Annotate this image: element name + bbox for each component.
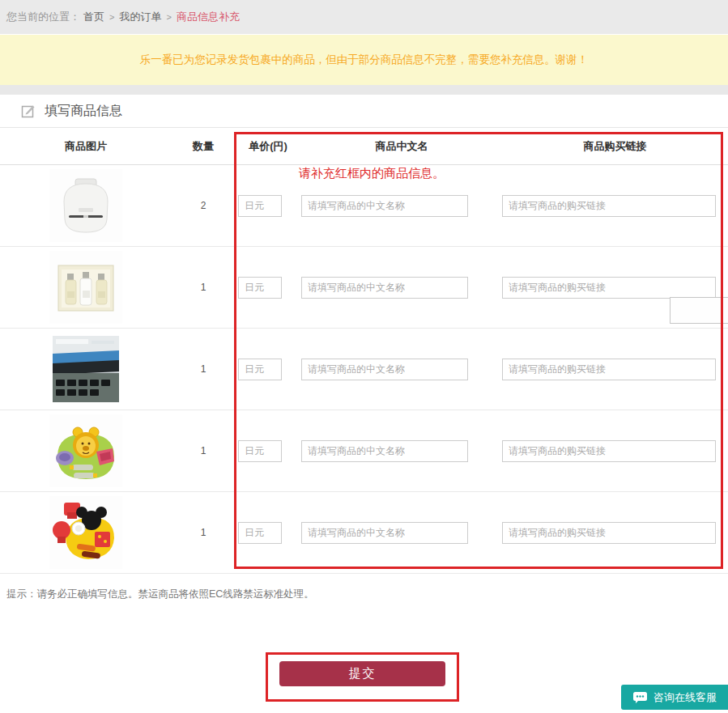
purchase-link-input[interactable] [502,522,716,544]
order-info-supplement-page: 您当前的位置： 首页 > 我的订单 > 商品信息补充 乐一番已为您记录发货包裹中… [0,0,728,713]
breadcrumb-separator: > [109,12,114,22]
quantity-value: 1 [172,282,235,293]
product-image-white-humidifier [49,169,122,242]
tip-text: 提示：请务必正确填写信息。禁运商品将依照EC线路禁运标准处理。 [6,588,314,601]
table-row: 1 [0,492,728,574]
divider-strip [0,85,728,95]
header-purchase-link: 商品购买链接 [502,139,728,154]
breadcrumb: 您当前的位置： 首页 > 我的订单 > 商品信息补充 [0,0,728,34]
price-input[interactable] [238,277,282,299]
notice-text: 乐一番已为您记录发货包裹中的商品，但由于部分商品信息不完整，需要您补充信息。谢谢… [140,53,589,67]
price-input[interactable] [238,522,282,544]
quantity-value: 2 [172,200,235,211]
purchase-link-input[interactable] [502,440,716,462]
header-unit-price: 单价(円) [235,139,301,154]
chinese-name-input[interactable] [301,522,468,544]
section-title: 填写商品信息 [45,103,122,120]
section-header: 填写商品信息 [0,95,728,128]
header-quantity: 数量 [172,139,235,154]
product-image-winnie-pooh-toy [49,414,122,487]
notice-banner: 乐一番已为您记录发货包裹中的商品，但由于部分商品信息不完整，需要您补充信息。谢谢… [0,35,728,85]
quantity-value: 1 [172,527,235,538]
price-input[interactable] [238,195,282,217]
quantity-value: 1 [172,445,235,456]
header-product-image: 商品图片 [0,139,172,154]
chinese-name-input[interactable] [301,359,468,380]
header-chinese-name: 商品中文名 [301,139,502,154]
edit-pencil-icon [21,104,36,119]
breadcrumb-separator: > [166,12,171,22]
table-row: 2 [0,165,728,247]
online-service-button[interactable]: 咨询在线客服 [621,685,728,710]
product-image-cosmetics-gift-box [49,251,122,324]
online-service-label: 咨询在线客服 [653,690,717,705]
price-input[interactable] [238,440,282,462]
chat-bubble-icon [632,691,648,704]
form-card: 填写商品信息 商品图片 数量 单价(円) 商品中文名 商品购买链接 [0,95,728,574]
breadcrumb-home[interactable]: 首页 [83,10,104,24]
breadcrumb-prefix: 您当前的位置： [6,10,80,24]
purchase-link-input[interactable] [502,277,716,299]
quantity-value: 1 [172,363,235,375]
purchase-link-input[interactable] [502,195,716,217]
table-row: 1 [0,410,728,492]
chinese-name-input[interactable] [301,277,468,299]
breadcrumb-my-orders[interactable]: 我的订单 [119,10,161,24]
purchase-link-input[interactable] [502,359,716,380]
product-image-laptop-photo [49,333,122,405]
chinese-name-input[interactable] [301,195,468,217]
table-row: 1 [0,329,728,410]
table-row: 1 [0,247,728,329]
chinese-name-input[interactable] [301,440,468,462]
table-header-row: 商品图片 数量 单价(円) 商品中文名 商品购买链接 [0,128,728,165]
price-input[interactable] [238,359,282,380]
breadcrumb-current-page: 商品信息补充 [177,10,240,24]
submit-button[interactable]: 提交 [279,661,445,686]
product-image-mickey-mouse-toy [49,496,122,569]
stray-empty-popup [670,297,728,324]
